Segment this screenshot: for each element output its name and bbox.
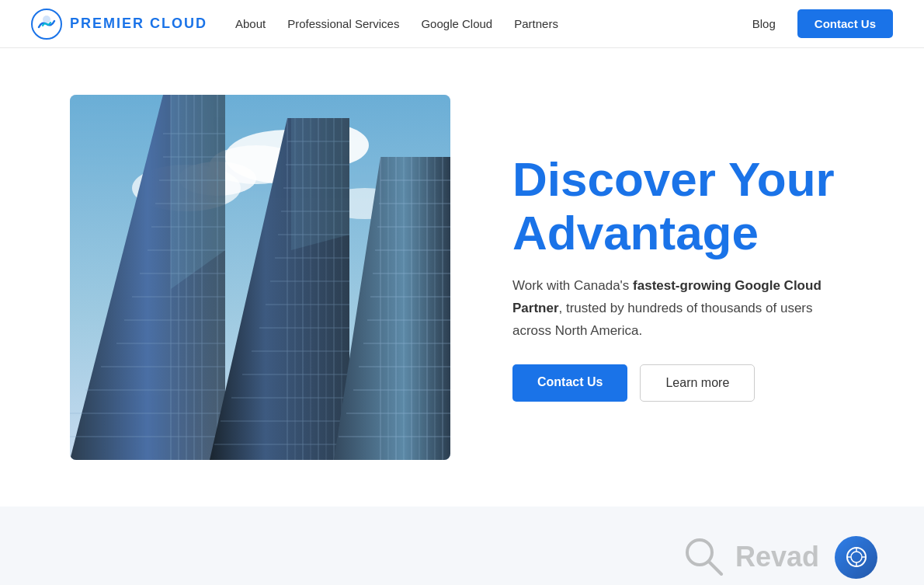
- logo-area[interactable]: PREMIER CLOUD: [31, 9, 207, 40]
- hero-contact-button[interactable]: Contact Us: [512, 364, 627, 402]
- nav-item-professional-services[interactable]: Professional Services: [287, 17, 399, 31]
- chat-icon[interactable]: [835, 536, 877, 579]
- blog-link[interactable]: Blog: [752, 17, 776, 30]
- bottom-strip: Revad: [0, 507, 924, 585]
- hero-section: Discover Your Advantage Work with Canada…: [0, 48, 924, 507]
- hero-image: [70, 95, 450, 460]
- nav-link-professional-services[interactable]: Professional Services: [287, 17, 399, 30]
- nav-item-about[interactable]: About: [235, 17, 266, 31]
- nav-item-google-cloud[interactable]: Google Cloud: [421, 17, 492, 31]
- hero-buttons: Contact Us Learn more: [512, 364, 854, 402]
- nav-left: PREMIER CLOUD About Professional Service…: [31, 9, 558, 40]
- hero-description-prefix: Work with Canada's: [512, 278, 633, 293]
- hero-content: Discover Your Advantage Work with Canada…: [512, 153, 854, 401]
- svg-point-1: [43, 16, 50, 23]
- chat-svg-icon: [846, 546, 867, 568]
- bottom-brand-text: Revad: [735, 541, 819, 573]
- nav-links: About Professional Services Google Cloud…: [235, 17, 558, 31]
- nav-link-partners[interactable]: Partners: [514, 17, 558, 30]
- learn-more-button[interactable]: Learn more: [640, 364, 755, 402]
- nav-item-partners[interactable]: Partners: [514, 17, 558, 31]
- svg-marker-54: [291, 118, 349, 250]
- nav-right: Blog Contact Us: [752, 9, 893, 38]
- navbar: PREMIER CLOUD About Professional Service…: [0, 0, 924, 48]
- bottom-brand-icon: [681, 534, 728, 580]
- svg-point-80: [851, 552, 862, 562]
- nav-contact-button[interactable]: Contact Us: [797, 9, 893, 38]
- logo-icon: [31, 9, 62, 40]
- logo-text: PREMIER CLOUD: [70, 16, 207, 32]
- bottom-brand-area: Revad: [681, 534, 819, 580]
- hero-image-svg: [70, 95, 450, 460]
- nav-link-google-cloud[interactable]: Google Cloud: [421, 17, 492, 30]
- hero-title: Discover Your Advantage: [512, 153, 854, 259]
- nav-link-about[interactable]: About: [235, 17, 266, 30]
- svg-line-78: [709, 562, 721, 574]
- hero-description: Work with Canada's fastest-growing Googl…: [512, 275, 854, 343]
